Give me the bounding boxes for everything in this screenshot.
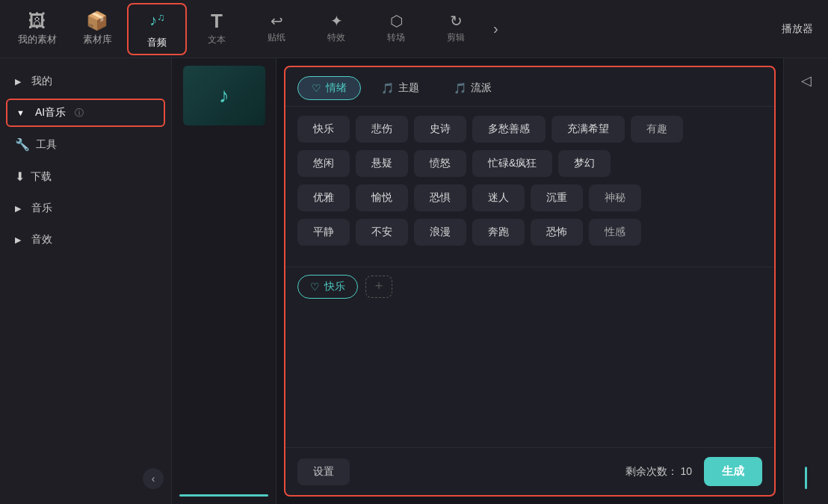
emotion-relaxed[interactable]: 悠闲 — [297, 150, 350, 177]
sidebar-item-tools[interactable]: 🔧 工具 — [0, 128, 171, 161]
genre-tab-label: 流派 — [471, 81, 492, 95]
generate-button[interactable]: 生成 — [704, 457, 762, 486]
main-layout: ▶ 我的 ▼ AI音乐 ⓘ 🔧 工具 ⬇ 下载 ▶ 音乐 ▶ 音效 ‹ — [0, 58, 828, 504]
sidebar: ▶ 我的 ▼ AI音乐 ⓘ 🔧 工具 ⬇ 下载 ▶ 音乐 ▶ 音效 ‹ — [0, 58, 172, 504]
sidebar-tools-label: 工具 — [36, 138, 57, 152]
svg-text:♪: ♪ — [149, 12, 157, 28]
emotion-charming[interactable]: 迷人 — [472, 184, 525, 211]
clip-icon: ↻ — [450, 13, 463, 28]
bottom-bar: 设置 剩余次数： 10 生成 — [285, 447, 774, 495]
emotion-calm[interactable]: 平静 — [297, 219, 350, 246]
right-panel-top-item[interactable]: ◁ — [791, 66, 821, 96]
tab-genre[interactable]: 🎵 流派 — [439, 76, 506, 100]
emotion-hopeful[interactable]: 充满希望 — [552, 116, 625, 143]
toolbar-text[interactable]: T 文本 — [187, 3, 247, 55]
sidebar-collapse-button[interactable]: ‹ — [143, 468, 164, 489]
empty-content-area — [285, 306, 774, 448]
emotion-uneasy[interactable]: 不安 — [356, 219, 408, 246]
remaining-count: 10 — [680, 465, 692, 477]
selected-tags-row: ♡ 快乐 + — [285, 267, 774, 306]
main-panel: ♡ 情绪 🎵 主题 🎵 流派 快乐 — [276, 58, 783, 504]
toolbar-sticker-label: 贴纸 — [268, 31, 285, 44]
sidebar-download-label: 下载 — [31, 170, 52, 184]
my-arrow-icon: ▶ — [15, 77, 21, 87]
playback-label: 播放器 — [782, 22, 821, 36]
toolbar-material-lib-label: 素材库 — [83, 33, 112, 46]
toolbar-more-btn[interactable]: › — [486, 20, 506, 37]
material-lib-icon: 📦 — [86, 12, 108, 30]
toolbar-effects[interactable]: ✦ 特效 — [306, 3, 366, 55]
add-tag-button[interactable]: + — [365, 276, 392, 298]
toolbar-effects-label: 特效 — [327, 31, 345, 44]
emotion-busy-crazy[interactable]: 忙碌&疯狂 — [472, 150, 552, 177]
preview-music-icon: ♪ — [219, 84, 229, 108]
emotion-joyful[interactable]: 愉悦 — [356, 184, 408, 211]
toolbar: 🖼 我的素材 📦 素材库 ♪ ♫ 音频 T 文本 ↩ 贴纸 ✦ 特效 ⬡ 转场 … — [0, 0, 828, 58]
toolbar-audio[interactable]: ♪ ♫ 音频 — [127, 3, 187, 55]
emotion-tab-label: 情绪 — [326, 81, 347, 95]
music-arrow-icon: ▶ — [15, 204, 21, 214]
sidebar-bottom: ‹ — [0, 461, 171, 497]
toolbar-material-lib[interactable]: 📦 素材库 — [67, 3, 127, 55]
genre-tab-icon: 🎵 — [454, 82, 466, 94]
sidebar-item-sfx[interactable]: ▶ 音效 — [0, 224, 171, 255]
emotion-fearful[interactable]: 恐惧 — [414, 184, 466, 211]
tools-icon: 🔧 — [15, 137, 30, 152]
emotion-horror[interactable]: 恐怖 — [531, 219, 583, 246]
emotion-epic[interactable]: 史诗 — [414, 116, 466, 143]
emotion-romantic[interactable]: 浪漫 — [414, 219, 466, 246]
ai-music-arrow-icon: ▼ — [16, 108, 25, 117]
sidebar-sfx-label: 音效 — [31, 233, 52, 246]
toolbar-my-material[interactable]: 🖼 我的素材 — [7, 3, 67, 55]
preview-thumbnail: ♪ — [183, 66, 265, 125]
emotion-row-1: 快乐 悲伤 史诗 多愁善感 充满希望 有趣 — [297, 116, 762, 143]
emotion-angry[interactable]: 愤怒 — [414, 150, 466, 177]
tabs-row: ♡ 情绪 🎵 主题 🎵 流派 — [285, 67, 774, 107]
sidebar-item-ai-music[interactable]: ▼ AI音乐 ⓘ — [6, 99, 165, 127]
sidebar-item-my[interactable]: ▶ 我的 — [0, 66, 171, 97]
emotion-running[interactable]: 奔跑 — [472, 219, 525, 246]
sidebar-ai-music-label: AI音乐 — [35, 106, 66, 119]
preview-progress-bar — [179, 494, 268, 497]
settings-button[interactable]: 设置 — [297, 458, 350, 485]
selected-tag-happy[interactable]: ♡ 快乐 — [297, 275, 358, 299]
emotion-happy[interactable]: 快乐 — [297, 116, 350, 143]
right-panel-bar — [805, 467, 807, 489]
toolbar-transition-label: 转场 — [387, 31, 405, 44]
tab-theme[interactable]: 🎵 主题 — [367, 76, 433, 100]
emotion-sentimental[interactable]: 多愁善感 — [472, 116, 546, 143]
toolbar-sticker[interactable]: ↩ 贴纸 — [247, 3, 306, 55]
toolbar-audio-label: 音频 — [147, 36, 167, 49]
emotion-dreamy[interactable]: 梦幻 — [558, 150, 611, 177]
emotion-row-4: 平静 不安 浪漫 奔跑 恐怖 性感 — [297, 219, 762, 246]
right-panel-bottom — [784, 467, 828, 497]
toolbar-transition[interactable]: ⬡ 转场 — [366, 3, 426, 55]
emotion-elegant[interactable]: 优雅 — [297, 184, 350, 211]
sidebar-item-music[interactable]: ▶ 音乐 — [0, 193, 171, 224]
emotion-fun[interactable]: 有趣 — [631, 116, 683, 143]
ai-music-question-icon: ⓘ — [75, 107, 84, 119]
selected-tag-heart-icon: ♡ — [310, 281, 320, 293]
selected-tag-happy-label: 快乐 — [324, 280, 345, 293]
svg-text:♫: ♫ — [157, 11, 165, 23]
ai-music-dialog: ♡ 情绪 🎵 主题 🎵 流派 快乐 — [284, 66, 776, 497]
right-panel: ◁ — [783, 58, 828, 504]
tab-emotion[interactable]: ♡ 情绪 — [297, 76, 361, 100]
preview-bottom — [179, 494, 268, 497]
download-icon: ⬇ — [15, 169, 25, 184]
remaining-count-text: 剩余次数： 10 — [625, 465, 692, 479]
sidebar-music-label: 音乐 — [31, 202, 52, 215]
preview-strip: ♪ — [172, 58, 276, 504]
emotion-heavy[interactable]: 沉重 — [531, 184, 583, 211]
emotion-mysterious[interactable]: 神秘 — [589, 184, 641, 211]
sidebar-item-download[interactable]: ⬇ 下载 — [0, 161, 171, 193]
remaining-label: 剩余次数： — [625, 465, 678, 477]
my-material-icon: 🖼 — [28, 12, 46, 30]
emotion-sad[interactable]: 悲伤 — [356, 116, 408, 143]
toolbar-clip[interactable]: ↻ 剪辑 — [426, 3, 486, 55]
toolbar-clip-label: 剪辑 — [447, 31, 465, 44]
emotion-suspense[interactable]: 悬疑 — [356, 150, 408, 177]
toolbar-text-label: 文本 — [208, 34, 226, 46]
toolbar-my-material-label: 我的素材 — [18, 33, 57, 46]
emotion-sexy[interactable]: 性感 — [589, 219, 641, 246]
